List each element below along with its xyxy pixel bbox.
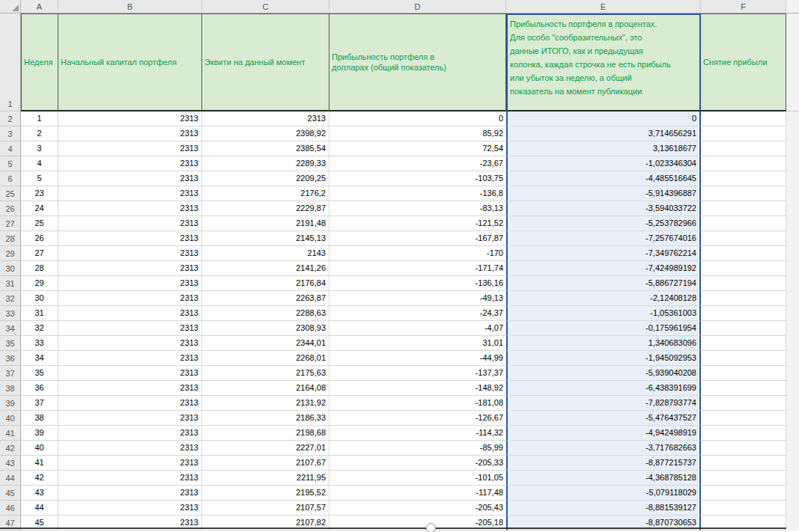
cell-withdrawal[interactable] — [701, 246, 786, 261]
cell-profit-pct[interactable]: 3,13618677 — [506, 141, 701, 156]
cell-profit-pct[interactable]: -5,253782966 — [506, 216, 701, 231]
cell-profit-pct[interactable]: -7,828793774 — [506, 396, 701, 411]
cell-start-capital[interactable]: 2313 — [58, 276, 202, 291]
row-header[interactable]: 43 — [0, 456, 21, 471]
cell-profit-usd[interactable]: -136,16 — [329, 276, 506, 291]
column-header-f[interactable]: F — [701, 0, 786, 13]
column-header-b[interactable]: B — [58, 0, 202, 13]
cell-week[interactable]: 29 — [21, 276, 58, 291]
cell-equity[interactable]: 2186,33 — [202, 411, 329, 426]
cell-start-capital[interactable]: 2313 — [58, 216, 202, 231]
header-cell-profit-usd[interactable]: Прибыльность портфеля в долларах (общий … — [329, 13, 506, 111]
cell-profit-pct[interactable]: 1,340683096 — [506, 336, 701, 351]
cell-equity[interactable]: 2268,01 — [202, 351, 329, 366]
cell-week[interactable]: 3 — [21, 141, 58, 156]
cell-start-capital[interactable]: 2313 — [58, 411, 202, 426]
cell-week[interactable]: 32 — [21, 321, 58, 336]
cell-start-capital[interactable]: 2313 — [58, 336, 202, 351]
cell-equity[interactable]: 2164,08 — [202, 381, 329, 396]
cell-withdrawal[interactable] — [701, 351, 786, 366]
cell-equity[interactable]: 2344,01 — [202, 336, 329, 351]
row-header[interactable]: 45 — [0, 486, 21, 501]
row-header[interactable]: 4 — [0, 141, 21, 156]
header-cell-withdrawal[interactable]: Снятие прибыли — [701, 13, 786, 111]
cell-equity[interactable]: 2209,25 — [202, 171, 329, 186]
cell-week[interactable]: 28 — [21, 261, 58, 276]
cell-profit-pct[interactable]: -7,424989192 — [506, 261, 701, 276]
header-cell-profit-pct[interactable]: Прибыльность портфеля в процентах. Для о… — [506, 13, 701, 111]
row-header[interactable]: 46 — [0, 501, 21, 516]
cell-profit-usd[interactable]: -205,43 — [329, 501, 506, 516]
column-header-c[interactable]: C — [202, 0, 329, 13]
cell-withdrawal[interactable] — [701, 456, 786, 471]
row-header[interactable]: 38 — [0, 381, 21, 396]
cell-profit-pct[interactable]: -4,485516645 — [506, 171, 701, 186]
header-cell-equity[interactable]: Эквити на данный момент — [202, 13, 329, 111]
cell-withdrawal[interactable] — [701, 171, 786, 186]
cell-profit-pct[interactable]: -1,945092953 — [506, 351, 701, 366]
cell-profit-usd[interactable]: -114,32 — [329, 426, 506, 441]
cell-week[interactable]: 39 — [21, 426, 58, 441]
cell-start-capital[interactable]: 2313 — [58, 156, 202, 171]
cell-start-capital[interactable]: 2313 — [58, 351, 202, 366]
fill-handle[interactable] — [426, 523, 436, 532]
row-header[interactable]: 27 — [0, 216, 21, 231]
cell-profit-pct[interactable]: -5,079118029 — [506, 486, 701, 501]
row-header[interactable]: 39 — [0, 396, 21, 411]
header-cell-start-capital[interactable]: Начальный капитал портфеля — [58, 13, 202, 111]
cell-week[interactable]: 37 — [21, 396, 58, 411]
cell-equity[interactable]: 2385,54 — [202, 141, 329, 156]
cell-withdrawal[interactable] — [701, 306, 786, 321]
cell-withdrawal[interactable] — [701, 186, 786, 201]
row-header[interactable]: 28 — [0, 231, 21, 246]
cell-profit-pct[interactable]: -5,476437527 — [506, 411, 701, 426]
cell-start-capital[interactable]: 2313 — [58, 111, 202, 126]
cell-week[interactable]: 24 — [21, 201, 58, 216]
cell-profit-usd[interactable]: -171,74 — [329, 261, 506, 276]
cell-profit-pct[interactable]: -6,438391699 — [506, 381, 701, 396]
cell-profit-usd[interactable]: -44,99 — [329, 351, 506, 366]
cell-week[interactable]: 44 — [21, 501, 58, 516]
cell-profit-usd[interactable]: -83,13 — [329, 201, 506, 216]
cell-start-capital[interactable]: 2313 — [58, 261, 202, 276]
cell-profit-usd[interactable]: -23,67 — [329, 156, 506, 171]
cell-equity[interactable]: 2107,67 — [202, 456, 329, 471]
cell-withdrawal[interactable] — [701, 216, 786, 231]
cell-profit-pct[interactable]: -5,939040208 — [506, 366, 701, 381]
cell-week[interactable]: 35 — [21, 366, 58, 381]
row-header[interactable]: 3 — [0, 126, 21, 141]
cell-equity[interactable]: 2211,95 — [202, 471, 329, 486]
row-header[interactable]: 5 — [0, 156, 21, 171]
cell-profit-pct[interactable]: -3,594033722 — [506, 201, 701, 216]
cell-equity[interactable]: 2263,87 — [202, 291, 329, 306]
row-header[interactable]: 34 — [0, 321, 21, 336]
cell-start-capital[interactable]: 2313 — [58, 456, 202, 471]
cell-week[interactable]: 25 — [21, 216, 58, 231]
column-header-a[interactable]: A — [21, 0, 58, 13]
cell-withdrawal[interactable] — [701, 141, 786, 156]
cell-profit-usd[interactable]: -148,92 — [329, 381, 506, 396]
cell-profit-usd[interactable]: -49,13 — [329, 291, 506, 306]
cell-equity[interactable]: 2229,87 — [202, 201, 329, 216]
cell-profit-usd[interactable]: -170 — [329, 246, 506, 261]
cell-profit-usd[interactable]: -181,08 — [329, 396, 506, 411]
cell-week[interactable]: 30 — [21, 291, 58, 306]
cell-equity[interactable]: 2141,26 — [202, 261, 329, 276]
cell-profit-pct[interactable]: -1,05361003 — [506, 306, 701, 321]
cell-withdrawal[interactable] — [701, 366, 786, 381]
cell-start-capital[interactable]: 2313 — [58, 306, 202, 321]
cell-profit-usd[interactable]: -103,75 — [329, 171, 506, 186]
row-header[interactable]: 42 — [0, 441, 21, 456]
cell-equity[interactable]: 2176,84 — [202, 276, 329, 291]
cell-start-capital[interactable]: 2313 — [58, 231, 202, 246]
row-header[interactable]: 44 — [0, 471, 21, 486]
cell-start-capital[interactable]: 2313 — [58, 186, 202, 201]
cell-profit-pct[interactable]: -3,717682663 — [506, 441, 701, 456]
cell-profit-usd[interactable]: -24,37 — [329, 306, 506, 321]
cell-equity[interactable]: 2195,52 — [202, 486, 329, 501]
cell-withdrawal[interactable] — [701, 201, 786, 216]
cell-withdrawal[interactable] — [701, 156, 786, 171]
row-header[interactable]: 31 — [0, 276, 21, 291]
cell-equity[interactable]: 2313 — [202, 111, 329, 126]
row-header[interactable]: 26 — [0, 201, 21, 216]
